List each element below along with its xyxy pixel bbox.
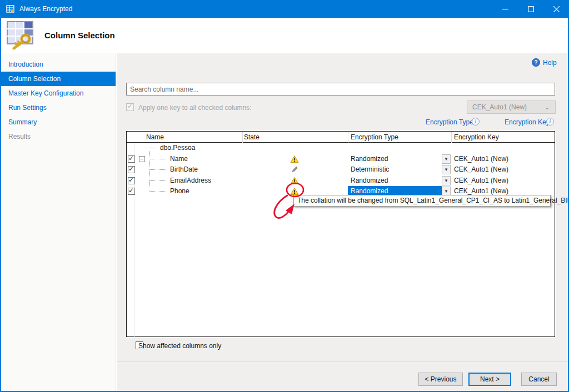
table-header-row: Name State Encryption Type Encryption Ke… — [127, 132, 555, 143]
dropdown-arrow-icon[interactable]: ▾ — [442, 154, 451, 164]
sidebar-item-summary[interactable]: Summary — [1, 115, 116, 129]
minimize-button[interactable] — [492, 0, 518, 18]
apply-key-checkbox: ✓ — [126, 103, 134, 111]
help-label: Help — [543, 59, 557, 67]
row-checkbox[interactable]: ✓ — [128, 155, 135, 163]
check-icon: ✓ — [127, 102, 133, 110]
columns-table: Name State Encryption Type Encryption Ke… — [126, 131, 555, 337]
page-title: Column Selection — [44, 31, 115, 40]
app-icon — [6, 4, 15, 13]
encryption-key-cell[interactable]: CEK_Auto1 (New) — [454, 154, 508, 165]
title-bar[interactable]: Always Encrypted — [0, 0, 569, 18]
row-checkbox[interactable]: ✓ — [128, 188, 135, 195]
header-encryption-key: Encryption Key — [454, 132, 499, 143]
window-title: Always Encrypted — [19, 0, 72, 18]
column-name: Name — [170, 154, 188, 165]
show-affected-label: Show affected columns only — [138, 342, 221, 350]
table-key-icon — [6, 20, 38, 51]
cancel-button[interactable]: Cancel — [521, 373, 557, 386]
table-row[interactable]: ✓ EmailAddress Randomized ▾ CEK_Auto1 (N… — [127, 175, 555, 187]
encryption-key-cell[interactable]: CEK_Auto1 (New) — [454, 164, 508, 175]
group-label: dbo.Pessoa — [160, 143, 195, 154]
check-icon: ✓ — [128, 187, 134, 194]
row-checkbox[interactable]: ✓ — [128, 166, 135, 173]
encryption-type-cell[interactable]: Randomized — [351, 175, 388, 187]
warning-icon — [290, 177, 299, 185]
collation-tooltip: The collation will be changed from SQL_L… — [293, 195, 551, 207]
column-name: EmailAddress — [170, 175, 211, 187]
previous-button[interactable]: < Previous — [418, 373, 463, 386]
warning-icon — [290, 155, 299, 163]
sidebar-item-results: Results — [1, 129, 116, 144]
footer-bar: < Previous Next > Cancel — [117, 361, 568, 391]
pencil-icon — [290, 165, 299, 174]
info-icon[interactable]: i — [472, 118, 480, 125]
key-select-dropdown: CEK_Auto1 (New) ⌄ — [467, 100, 556, 114]
table-row[interactable]: ✓ BirthDate Deterministic ▾ CEK_Auto1 (N… — [127, 164, 555, 175]
wizard-header: Column Selection — [1, 18, 568, 53]
wizard-steps-sidebar: Introduction Column Selection Master Key… — [1, 53, 116, 391]
dropdown-arrow-icon[interactable]: ▾ — [442, 176, 451, 185]
encryption-type-cell[interactable]: Deterministic — [351, 164, 389, 175]
key-select-value: CEK_Auto1 (New) — [472, 103, 527, 111]
encryption-key-link[interactable]: Encryption Key — [505, 118, 550, 126]
search-input[interactable] — [126, 83, 555, 96]
sidebar-item-run-settings[interactable]: Run Settings — [1, 100, 116, 115]
close-button[interactable] — [543, 0, 569, 18]
chevron-down-icon: ⌄ — [544, 101, 550, 113]
dropdown-arrow-icon[interactable]: ▾ — [442, 165, 451, 174]
encryption-type-link[interactable]: Encryption Type — [426, 118, 473, 126]
encryption-type-cell[interactable]: Randomized — [351, 154, 388, 165]
window-border — [0, 0, 1, 392]
row-checkbox[interactable]: ✓ — [128, 177, 135, 184]
check-icon: ✓ — [128, 165, 134, 173]
encryption-key-cell[interactable]: CEK_Auto1 (New) — [454, 175, 508, 187]
header-name: Name — [146, 132, 164, 143]
column-name: Phone — [170, 186, 189, 197]
table-row[interactable]: ✓ Name Randomized ▾ CEK_Auto1 (New) — [127, 154, 555, 165]
sidebar-item-column-selection[interactable]: Column Selection — [1, 72, 116, 86]
help-icon: ? — [532, 58, 540, 67]
warning-icon — [290, 187, 299, 195]
sidebar-item-introduction[interactable]: Introduction — [1, 57, 116, 72]
sidebar-item-master-key-configuration[interactable]: Master Key Configuration — [1, 86, 116, 100]
column-name: BirthDate — [170, 164, 198, 175]
header-encryption-type: Encryption Type — [351, 132, 398, 143]
next-button[interactable]: Next > — [468, 373, 511, 386]
apply-key-label: Apply one key to all checked columns: — [138, 104, 251, 112]
check-icon: ✓ — [128, 154, 134, 162]
always-encrypted-window: Always Encrypted Co — [0, 0, 569, 392]
table-group-row: − dbo.Pessoa — [127, 143, 555, 154]
maximize-button[interactable] — [518, 0, 543, 18]
help-link[interactable]: ? Help — [532, 58, 557, 67]
info-icon[interactable]: i — [546, 118, 554, 125]
check-icon: ✓ — [128, 176, 134, 184]
header-state: State — [244, 132, 259, 143]
